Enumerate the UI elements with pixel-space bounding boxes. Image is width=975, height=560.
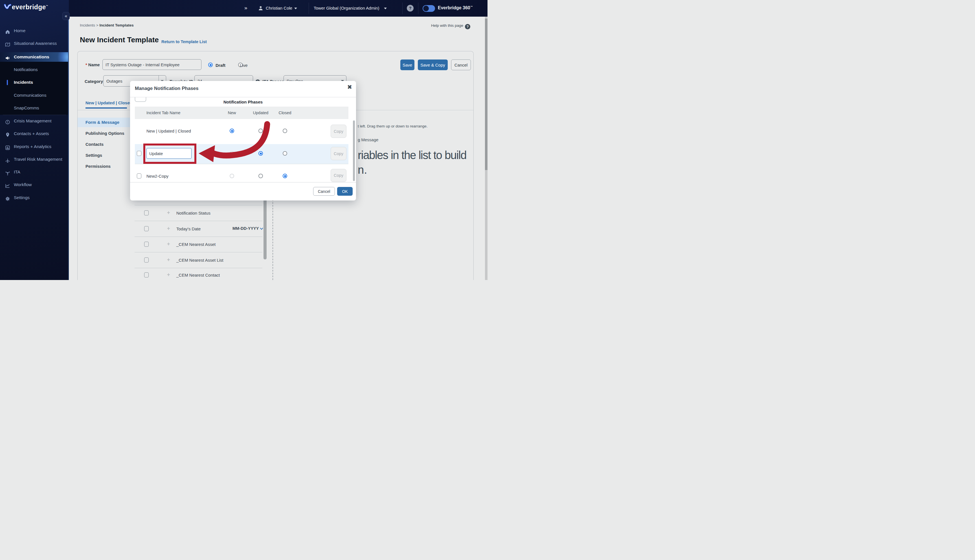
map-icon [5,41,10,46]
product-name: Everbridge 360™ [438,5,473,10]
modal-scrollbar-thumb[interactable] [353,120,355,181]
list-scrollbar-thumb[interactable] [264,199,267,259]
row2-checkbox[interactable] [137,151,141,156]
breadcrumb-current: Incident Templates [99,23,134,27]
sidebar-item-snapcomms[interactable]: SnapComms [0,103,69,113]
sidebar-item-settings[interactable]: Settings [0,193,69,202]
list-divider [135,205,262,205]
sidebar-item-contacts-assets[interactable]: Contacts + Assets [0,129,69,138]
variable-checkbox[interactable] [144,210,149,215]
section-nav-form-message[interactable]: Form & Message [85,120,119,125]
home-icon [5,28,10,33]
drag-plus-icon[interactable]: + [167,257,170,263]
section-nav-publishing-options[interactable]: Publishing Options [85,131,124,136]
variable-label: Notification Status [176,211,210,215]
message-label-fragment: g Message [358,137,378,142]
col-incident-tab-name: Incident Tab Name [147,110,180,115]
section-nav-permissions[interactable]: Permissions [85,164,110,168]
row2-updated-radio[interactable] [259,151,263,156]
section-nav-settings[interactable]: Settings [85,153,102,158]
variable-checkbox[interactable] [144,257,149,263]
variable-checkbox[interactable] [144,242,149,247]
list-divider [135,252,262,252]
help-icon[interactable]: ? [407,5,414,12]
modal-title: Manage Notification Phases [135,86,199,92]
breadcrumb-incidents-link[interactable]: Incidents [80,23,95,27]
variable-label: _CEM Nearest Asset [176,242,215,247]
save-copy-button[interactable]: Save & Copy [418,60,448,70]
draft-label: Draft [215,63,225,68]
drag-hint-text-fragment: t left. Drag them up or down to rearrang… [358,124,428,128]
org-menu[interactable]: Tower Global (Organization Admin) [314,6,387,10]
sidebar-item-reports-analytics[interactable]: Reports + Analytics [0,142,69,152]
expand-chevrons-icon[interactable]: » [244,5,247,11]
help-with-page-link[interactable]: Help with this page? [431,23,470,29]
topbar-divider [309,3,309,14]
drag-plus-icon[interactable]: + [167,241,170,247]
row1-copy-button[interactable]: Copy [331,125,346,138]
person-pin-icon [5,131,10,136]
row1-new-radio[interactable] [230,128,234,133]
trend-chart-icon [5,182,10,187]
row-name: New | Updated | Closed [147,128,191,133]
row2-closed-radio[interactable] [283,151,287,156]
sidebar-item-crisis-management[interactable]: Crisis Management [0,116,69,126]
date-format-dropdown[interactable]: MM-DD-YYYY [232,226,263,231]
modal-ok-button[interactable]: OK [337,187,353,196]
user-menu[interactable]: Christian Cole [266,6,297,10]
section-nav-contacts[interactable]: Contacts [85,142,104,147]
close-icon[interactable]: ✖ [347,84,352,90]
variable-checkbox[interactable] [144,226,149,231]
sidebar-edge-highlight [68,17,69,280]
row2-copy-button[interactable]: Copy [331,147,346,160]
row3-checkbox[interactable] [137,173,141,178]
tab-active-underline [85,107,127,108]
page-scrollbar-thumb[interactable] [485,18,488,170]
name-label: *Name [85,62,100,67]
row1-closed-radio[interactable] [283,128,287,133]
big-placeholder-text-fragment: n. [358,163,367,176]
everbridge-check-icon [4,4,11,11]
sidebar-collapse-button[interactable]: « [62,12,70,20]
draft-radio[interactable] [208,63,213,67]
row1-updated-radio[interactable] [259,128,263,133]
chevron-down-icon [294,8,297,9]
sidebar-item-workflow[interactable]: Workflow [0,180,69,190]
drag-plus-icon[interactable]: + [167,226,170,232]
variable-checkbox[interactable] [144,272,149,277]
sidebar-item-situational-awareness[interactable]: Situational Awareness [0,38,69,48]
question-circle-icon: ? [465,24,470,29]
save-button[interactable]: Save [400,60,414,70]
drag-plus-icon[interactable]: + [167,272,170,278]
drag-plus-icon[interactable]: + [167,210,170,216]
page-title: New Incident Template [80,35,159,44]
cancel-button[interactable]: Cancel [451,60,471,70]
sidebar-item-communications-sub[interactable]: Communications [0,90,69,100]
sidebar-item-ita[interactable]: ITA [0,167,69,177]
sidebar-item-home[interactable]: Home [0,26,69,35]
modal-cancel-button[interactable]: Cancel [313,187,335,196]
sidebar-item-travel-risk[interactable]: Travel Risk Management [0,155,69,164]
big-placeholder-text-fragment: riables in the list to build [358,149,466,162]
row3-new-radio[interactable] [230,174,234,178]
row3-copy-button[interactable]: Copy [331,169,346,182]
row2-new-radio[interactable] [230,151,234,156]
tab-new-updated-closed[interactable]: New | Updated | Closed [85,100,132,105]
alert-circle-icon [5,118,10,123]
return-to-template-list-link[interactable]: Return to Template List [161,40,207,44]
variable-label: Today's Date [176,227,200,231]
brand-text: everbridge [12,3,46,11]
brand-tm: ™ [46,5,48,7]
row3-closed-radio[interactable] [283,174,287,178]
sidebar-item-incidents[interactable]: Incidents [0,78,69,87]
row3-updated-radio[interactable] [259,174,263,178]
hub-network-icon [5,170,10,175]
name-input[interactable] [102,59,202,70]
row-divider [135,164,349,164]
sidebar-item-notifications[interactable]: Notifications [0,65,69,75]
airplane-icon [5,157,10,162]
col-new: New [224,110,240,115]
toggle-knob [423,6,429,11]
topbar: » Christian Cole Tower Global (Organizat… [0,0,488,17]
everbridge-360-toggle[interactable] [422,5,435,12]
